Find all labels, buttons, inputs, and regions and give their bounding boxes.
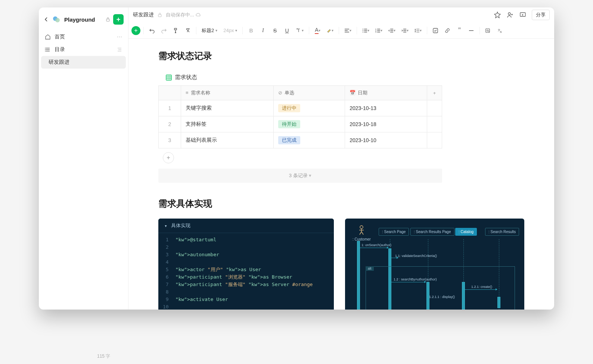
add-button[interactable]: + (113, 14, 124, 25)
code-row: ▾ 具体实现 123456789101112 "kw">@startuml "k… (158, 219, 524, 310)
toc-toggle-icon[interactable] (117, 47, 122, 52)
present-icon[interactable] (519, 11, 527, 19)
code-title: 具体实现 (171, 222, 190, 229)
nav-current-doc[interactable]: 研发跟进 (41, 56, 126, 69)
back-icon[interactable] (43, 16, 49, 22)
table-row[interactable]: 2 支持标签 待开始 2023-10-18 (159, 116, 442, 132)
add-user-icon[interactable] (506, 11, 514, 19)
svg-point-10 (363, 29, 363, 29)
cell-status[interactable]: 待开始 (274, 116, 345, 132)
heading-impl[interactable]: 需求具体实现 (158, 198, 524, 210)
svg-point-5 (45, 51, 46, 51)
undo-button[interactable] (147, 25, 157, 36)
translate-button[interactable]: 文A (495, 25, 505, 36)
text-color-button[interactable]: A▾ (312, 25, 323, 36)
code-block[interactable]: ▾ 具体实现 123456789101112 "kw">@startuml "k… (158, 219, 334, 310)
add-row-button[interactable]: + (163, 152, 174, 163)
table-name: 需求状态 (175, 74, 197, 81)
quote-button[interactable]: " (454, 25, 465, 36)
toc-icon (45, 47, 51, 53)
link-button[interactable] (442, 25, 453, 36)
toolbar: + 标题2▾ 24px▾ B I S U T▾ A▾ ▾ ▾ ▾ 123▾ ▾ … (128, 22, 554, 39)
table-block: 需求状态 ≡需求名称 ⊘单选 📅日期 + 1 关键字搜索 进行中 20 (158, 71, 524, 183)
svg-text:T: T (297, 28, 300, 33)
svg-point-1 (55, 18, 60, 22)
col-date[interactable]: 📅日期 (345, 86, 427, 100)
home-icon (45, 34, 51, 40)
cell-status[interactable]: 已完成 (274, 132, 345, 148)
diagram-block[interactable]: : Customer : Search Page : Search Result… (345, 219, 524, 310)
participant-search-page: : Search Page (379, 228, 409, 236)
cell-empty[interactable] (427, 132, 442, 148)
participant-catalog: : Catalog (455, 228, 477, 236)
clear-format-button[interactable] (183, 25, 193, 36)
find-button[interactable] (483, 25, 493, 36)
table-icon (166, 75, 172, 81)
table-title[interactable]: 需求状态 (158, 71, 524, 85)
svg-rect-6 (158, 15, 161, 17)
indent-button[interactable]: ▾ (399, 25, 411, 36)
cell-status[interactable]: 进行中 (274, 100, 345, 116)
code-header[interactable]: ▾ 具体实现 (158, 219, 334, 233)
fontsize-select[interactable]: 24px▾ (221, 28, 239, 33)
highlight-button[interactable]: ▾ (324, 25, 336, 36)
svg-point-11 (363, 30, 363, 31)
redo-button[interactable] (159, 25, 169, 36)
star-icon[interactable] (494, 11, 501, 19)
workspace-name[interactable]: Playground (64, 16, 103, 23)
insert-button[interactable]: + (131, 26, 140, 35)
svg-point-4 (45, 49, 46, 50)
workspace-logo-icon (52, 15, 61, 24)
row-num: 2 (159, 116, 181, 132)
participant-results-page: : Search Results Page (410, 228, 454, 236)
cell-date[interactable]: 2023-10-18 (345, 116, 427, 132)
data-table[interactable]: ≡需求名称 ⊘单选 📅日期 + 1 关键字搜索 进行中 2023-10-13 2… (158, 85, 442, 148)
cell-empty[interactable] (427, 116, 442, 132)
heading-select[interactable]: 标题2▾ (199, 27, 220, 34)
divider-button[interactable] (466, 25, 476, 36)
heading-status[interactable]: 需求状态记录 (158, 50, 524, 62)
nav-home-label: 首页 (55, 34, 65, 40)
code-content[interactable]: "kw">@startuml "kw">autonumber "kw">acto… (171, 233, 317, 310)
table-row[interactable]: 1 关键字搜索 进行中 2023-10-13 (159, 100, 442, 116)
italic-button[interactable]: I (258, 25, 268, 36)
textstyle-button[interactable]: T▾ (294, 25, 306, 36)
nav-home[interactable]: 首页 ⋯ (41, 31, 126, 43)
col-select[interactable]: ⊘单选 (274, 86, 345, 100)
add-column-button[interactable]: + (427, 86, 442, 100)
col-name[interactable]: ≡需求名称 (181, 86, 274, 100)
cell-empty[interactable] (427, 100, 442, 116)
share-button[interactable]: 分享 (532, 10, 550, 20)
sidebar: Playground + 首页 ⋯ 目录 (39, 7, 128, 310)
cell-name[interactable]: 基础列表展示 (181, 132, 274, 148)
svg-text:A: A (500, 31, 502, 33)
cell-date[interactable]: 2023-10-13 (345, 100, 427, 116)
svg-point-22 (360, 226, 363, 229)
svg-point-18 (487, 30, 488, 31)
collapse-icon[interactable]: ▾ (164, 223, 167, 229)
cell-name[interactable]: 关键字搜索 (181, 100, 274, 116)
doc-title[interactable]: 研发跟进 (133, 12, 154, 18)
line-height-button[interactable]: ▾ (412, 25, 424, 36)
strikethrough-button[interactable]: S (270, 25, 280, 36)
format-painter-button[interactable] (171, 25, 181, 36)
cell-date[interactable]: 2023-10-10 (345, 132, 427, 148)
lock-icon (158, 13, 162, 17)
nav-toc[interactable]: 目录 (41, 43, 126, 56)
autosave-status: 自动保存中... (166, 12, 201, 18)
underline-button[interactable]: U (282, 25, 292, 36)
row-num: 3 (159, 132, 181, 148)
ordered-list-button[interactable]: 123▾ (373, 25, 385, 36)
sidebar-header: Playground + (39, 10, 128, 28)
outdent-button[interactable]: ▾ (386, 25, 398, 36)
cloud-icon (196, 12, 201, 18)
task-button[interactable] (430, 25, 441, 36)
align-button[interactable]: ▾ (342, 25, 354, 36)
more-icon[interactable]: ⋯ (117, 34, 122, 40)
cell-name[interactable]: 支持标签 (181, 116, 274, 132)
bold-button[interactable]: B (246, 25, 256, 36)
main: 研发跟进 自动保存中... 分享 + 标题2▾ (128, 7, 554, 310)
table-row[interactable]: 3 基础列表展示 已完成 2023-10-10 (159, 132, 442, 148)
table-footer[interactable]: 3 条记录 ▾ (158, 169, 442, 183)
bullet-list-button[interactable]: ▾ (360, 25, 372, 36)
